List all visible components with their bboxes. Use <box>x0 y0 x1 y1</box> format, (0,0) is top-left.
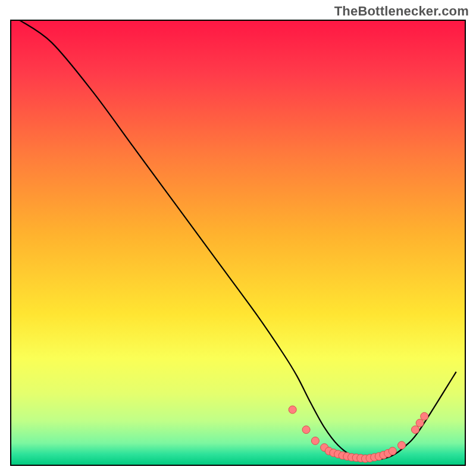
curve-marker <box>302 426 310 434</box>
curve-marker <box>411 426 419 434</box>
curve-marker <box>311 437 319 444</box>
watermark-text: TheBottlenecker.com <box>334 4 469 19</box>
curve-marker <box>398 441 406 449</box>
gradient-background <box>11 20 465 465</box>
curve-marker <box>289 406 296 414</box>
curve-marker <box>416 419 424 427</box>
chart-container: TheBottlenecker.com <box>0 0 476 476</box>
chart-svg <box>0 0 476 476</box>
curve-marker <box>421 412 428 420</box>
curve-marker <box>389 447 396 455</box>
